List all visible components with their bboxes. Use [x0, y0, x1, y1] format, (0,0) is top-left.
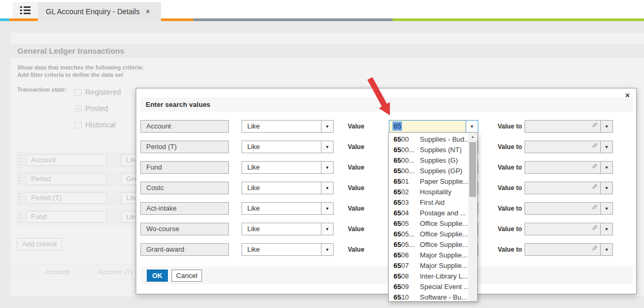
operator-dropdown-button[interactable]: ▼ — [321, 141, 334, 153]
value-to-dropdown-button[interactable]: ▼ — [600, 120, 613, 133]
value-to-dropdown-button[interactable]: ▼ — [600, 223, 613, 235]
tab-close-icon[interactable]: × — [146, 8, 149, 15]
value-to-input[interactable]: ✎ — [525, 182, 601, 194]
scrollbar-thumb[interactable] — [469, 142, 476, 197]
operator-dropdown-button[interactable]: ▼ — [321, 120, 334, 133]
tab-gl-account-enquiry[interactable]: GL Account Enquiry - Details × — [38, 2, 161, 21]
filter-field-name[interactable]: Fund — [26, 211, 107, 223]
drag-handle-icon[interactable] — [17, 211, 21, 223]
account-name: Software - Bu... — [420, 293, 467, 301]
account-code: 6505 — [394, 218, 420, 229]
table-header-cell: Account — [38, 264, 78, 280]
value-to-input[interactable]: ✎ — [525, 161, 601, 174]
dropdown-item[interactable]: 6508Inter-Library L... — [389, 271, 468, 281]
transaction-state-option: ✓Posted — [75, 104, 108, 113]
accent-strip-cyan — [0, 18, 9, 21]
account-code: 6509 — [394, 282, 420, 292]
menu-tab[interactable] — [13, 2, 38, 18]
account-name: First Aid — [420, 198, 445, 206]
chevron-down-icon: ▼ — [605, 145, 609, 150]
drag-handle-icon[interactable] — [17, 173, 21, 185]
value-to-dropdown-button[interactable]: ▼ — [600, 141, 613, 153]
operator-dropdown-button[interactable]: ▼ — [321, 243, 334, 256]
operator-input[interactable]: Like — [242, 243, 321, 256]
dropdown-item[interactable]: 6505Office Supplie... — [389, 218, 468, 228]
dropdown-item[interactable]: 6500Supplies - Bud... — [389, 134, 468, 144]
operator-dropdown-button[interactable]: ▼ — [321, 182, 334, 194]
add-criteria-button[interactable]: Add criteria — [17, 238, 62, 251]
operator-input[interactable]: Like — [242, 182, 321, 194]
account-suggestion-dropdown: 6500Supplies - Bud...6500...Supplies (NT… — [388, 132, 478, 302]
chevron-down-icon: ▼ — [325, 145, 329, 150]
value-to-dropdown-button[interactable]: ▼ — [600, 202, 613, 215]
search-criteria-row: Period (T)Like▼Value▼Value to✎▼ — [136, 141, 636, 153]
field-name-box: Costc — [140, 182, 229, 194]
value-to-input[interactable]: ✎ — [525, 141, 601, 153]
scroll-up-icon[interactable]: ▲ — [468, 133, 477, 141]
cancel-button[interactable]: Cancel — [172, 270, 202, 282]
chevron-down-icon: ▼ — [470, 124, 474, 129]
dropdown-item[interactable]: 6500...Supplies (G) — [389, 155, 468, 165]
operator-input[interactable]: Like — [242, 202, 321, 215]
dropdown-item[interactable]: 6503First Aid — [389, 197, 468, 207]
value-to-dropdown-button[interactable]: ▼ — [600, 182, 613, 194]
value-label: Value — [348, 202, 364, 215]
dropdown-scrollbar[interactable]: ▲ — [468, 133, 477, 301]
value-to-dropdown-button[interactable]: ▼ — [600, 243, 613, 256]
account-name: Major Supplie... — [420, 251, 467, 259]
pencil-icon: ✎ — [591, 142, 598, 150]
account-code: 6503 — [394, 197, 420, 208]
operator-dropdown-button[interactable]: ▼ — [321, 161, 334, 174]
dropdown-item[interactable]: 6501Paper Supplie... — [389, 176, 468, 186]
operator-dropdown-button[interactable]: ▼ — [321, 202, 334, 215]
ok-button[interactable]: OK — [147, 270, 168, 282]
search-criteria-row: FundLike▼Value▼Value to✎▼ — [136, 161, 636, 174]
value-to-input[interactable]: ✎ — [525, 223, 601, 235]
field-name-box: Fund — [140, 161, 229, 174]
value-to-input[interactable]: ✎ — [525, 202, 601, 215]
filter-field-name[interactable]: Account — [26, 154, 107, 166]
drag-handle-icon[interactable] — [17, 192, 21, 204]
dropdown-item[interactable]: 6509Special Event ... — [389, 281, 468, 292]
value-input[interactable]: 65 — [389, 120, 466, 133]
dropdown-item[interactable]: 6505...Office Supplie... — [389, 228, 468, 239]
value-dropdown-button[interactable]: ▼ — [466, 120, 478, 133]
value-to-input[interactable]: ✎ — [525, 120, 601, 133]
dropdown-item[interactable]: 6505...Office Supplie... — [389, 239, 468, 250]
operator-input[interactable]: Like — [242, 141, 321, 153]
filter-field-name[interactable]: Period (T) — [26, 192, 107, 204]
results-table-header: AccountAccount (T) — [11, 264, 153, 280]
drag-handle-icon[interactable] — [17, 154, 21, 166]
value-to-input[interactable]: ✎ — [525, 243, 601, 256]
checkbox-label: Posted — [85, 104, 108, 113]
value-to-dropdown-button[interactable]: ▼ — [600, 161, 613, 174]
account-code: 6500 — [394, 134, 420, 145]
dropdown-item[interactable]: 6500...Supplies (GP) — [389, 165, 468, 176]
checkbox-posted[interactable]: ✓ — [75, 105, 82, 112]
chevron-down-icon: ▼ — [605, 165, 609, 170]
operator-input[interactable]: Like — [242, 223, 321, 235]
dropdown-item[interactable]: 6510Software - Bu... — [389, 292, 468, 302]
account-name: Hospitality — [420, 188, 451, 196]
checkbox-registered[interactable] — [75, 89, 82, 96]
dropdown-item[interactable]: 6500...Supplies (NT) — [389, 144, 468, 155]
tab-bar: GL Account Enquiry - Details × — [0, 0, 644, 18]
chevron-down-icon: ▼ — [605, 124, 609, 129]
dropdown-item[interactable]: 6502Hospitality — [389, 186, 468, 197]
accent-strip-orange — [9, 18, 38, 21]
operator-dropdown-button[interactable]: ▼ — [321, 223, 334, 235]
filter-field-name[interactable]: Period — [26, 173, 107, 185]
account-code: 6505... — [394, 240, 420, 250]
operator-input[interactable]: Like — [242, 161, 321, 174]
dropdown-item[interactable]: 6507Major Supplie... — [389, 260, 468, 271]
operator-input[interactable]: Like — [242, 120, 321, 133]
tab-label: GL Account Enquiry - Details — [46, 7, 139, 16]
dropdown-item[interactable]: 6504Postage and ... — [389, 207, 468, 218]
account-code: 6507 — [394, 261, 420, 271]
dropdown-item[interactable]: 6506Major Supplie... — [389, 250, 468, 260]
checkbox-historical[interactable] — [75, 122, 82, 128]
criteria-hint-1: Show data that matches the following cri… — [17, 64, 144, 71]
account-code: 6510 — [394, 292, 420, 302]
pencil-icon: ✎ — [591, 183, 598, 191]
value-to-label: Value to — [498, 120, 522, 133]
